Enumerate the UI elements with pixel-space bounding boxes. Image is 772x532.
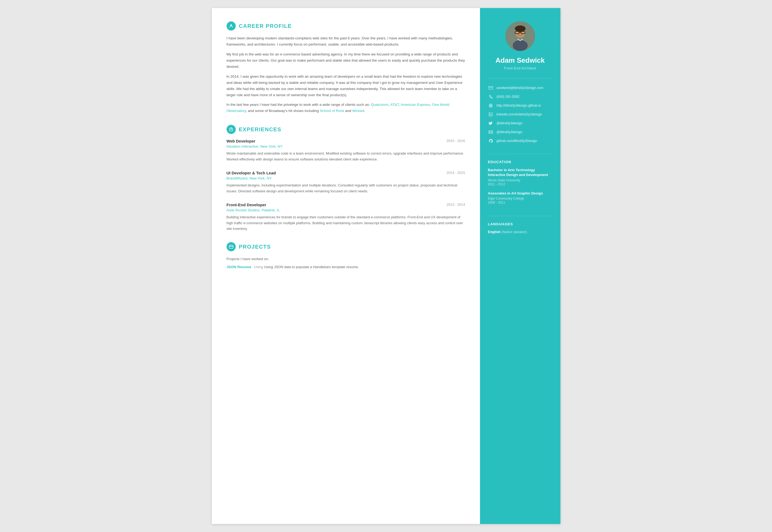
experiences-icon bbox=[227, 125, 236, 134]
exp-date-3: 2013 - 2014 bbox=[446, 203, 465, 207]
exp-desc-3: Building interactive experiences for bra… bbox=[227, 214, 465, 231]
edu-item-1: Bachelor in Arts Technology Interactive … bbox=[488, 168, 552, 186]
edu-degree-1: Bachelor in Arts Technology Interactive … bbox=[488, 168, 552, 177]
profile-para-4: In the last few years I have had the pri… bbox=[227, 102, 465, 114]
link-att[interactable]: AT&T bbox=[390, 103, 399, 107]
project-link-1[interactable]: JSON Resume bbox=[227, 265, 252, 269]
exp-company-1: Situation Interactive, New York, NY bbox=[227, 144, 465, 148]
edu-year-2: 2009 - 2011 bbox=[488, 201, 552, 204]
svg-line-21 bbox=[489, 132, 490, 134]
twitter-icon bbox=[488, 121, 493, 126]
exp-header-1: Web Developer 2015 - 2016 bbox=[227, 139, 465, 143]
sidebar-role: Front-End Architect bbox=[488, 66, 552, 70]
education-title: EDUCATION bbox=[488, 160, 552, 164]
career-profile-title: CAREER PROFILE bbox=[239, 23, 292, 29]
resume-container: CAREER PROFILE I have been developing mo… bbox=[212, 8, 560, 524]
exp-item-2: UI Developer & Tech Lead 2014 - 2015 Bra… bbox=[227, 171, 465, 194]
contact-phone: (630) 291-5392 bbox=[488, 94, 552, 99]
contact-website: http://blind3y3design.github.io bbox=[488, 103, 552, 108]
project-item-desc-1: UsingUsing JSON data to populate a Handl… bbox=[254, 265, 359, 269]
career-profile-section: CAREER PROFILE I have been developing mo… bbox=[227, 21, 465, 114]
avatar bbox=[505, 21, 535, 51]
sidebar-top: Adam Sedwick Front-End Architect bbox=[480, 8, 560, 78]
github-icon bbox=[488, 138, 493, 144]
link-amex[interactable]: American Express bbox=[401, 103, 430, 107]
svg-line-22 bbox=[491, 132, 492, 134]
link-sor[interactable]: School of Rock bbox=[320, 109, 344, 113]
edu-school-1: Illinois State University bbox=[488, 178, 552, 182]
exp-header-3: Front-End Developer 2013 - 2014 bbox=[227, 203, 465, 207]
sidebar-name: Adam Sedwick bbox=[488, 56, 552, 65]
contact-mail2: @blind3y3design bbox=[488, 129, 552, 135]
contact-linkedin: linkedin.com/in/blind3y3design bbox=[488, 112, 552, 117]
lang-name-1: English bbox=[488, 230, 501, 234]
project-item-1: JSON Resume UsingUsing JSON data to popu… bbox=[227, 265, 465, 269]
email-icon bbox=[488, 85, 493, 91]
sidebar: Adam Sedwick Front-End Architect asedwic… bbox=[480, 8, 560, 524]
svg-rect-3 bbox=[229, 245, 233, 248]
profile-para-3: In 2014, I was given the opportunity to … bbox=[227, 74, 465, 98]
projects-title: PROJECTS bbox=[239, 244, 271, 250]
svg-point-9 bbox=[515, 25, 525, 32]
contact-email: asedwick@blind3y3design.com bbox=[488, 85, 552, 91]
career-profile-header: CAREER PROFILE bbox=[227, 21, 465, 31]
exp-item-3: Front-End Developer 2013 - 2014 Aisle Ro… bbox=[227, 203, 465, 231]
projects-icon bbox=[227, 242, 236, 251]
globe-icon bbox=[488, 103, 493, 108]
projects-section: PROJECTS Projects I have worked on. JSON… bbox=[227, 242, 465, 269]
phone-icon bbox=[488, 94, 493, 99]
edu-item-2: Associates in Art Graphic Design Elgin C… bbox=[488, 191, 552, 204]
exp-date-1: 2015 - 2016 bbox=[446, 139, 465, 143]
contact-website-text: http://blind3y3design.github.io bbox=[497, 104, 541, 107]
lang-level-1: (Native speaker) bbox=[501, 230, 527, 234]
projects-intro: Projects I have worked on. bbox=[227, 256, 465, 262]
exp-title-2: UI Developer & Tech Lead bbox=[227, 171, 276, 175]
exp-company-3: Aisle Rocket Studios, Palatine, IL bbox=[227, 208, 465, 212]
exp-company-link-2[interactable]: BrandWizard bbox=[227, 176, 248, 180]
exp-header-2: UI Developer & Tech Lead 2014 - 2015 bbox=[227, 171, 465, 175]
svg-point-20 bbox=[489, 113, 490, 114]
profile-para-2: My first job in the web was for an e-com… bbox=[227, 51, 465, 70]
exp-title-3: Front-End Developer bbox=[227, 203, 266, 207]
contact-twitter-text: @blind3y3design bbox=[497, 121, 522, 125]
svg-point-13 bbox=[513, 40, 528, 51]
profile-para-1: I have been developing modern standards-… bbox=[227, 35, 465, 48]
edu-degree-2: Associates in Art Graphic Design bbox=[488, 191, 552, 196]
experiences-header: EXPERIENCES bbox=[227, 125, 465, 134]
sidebar-contact: asedwick@blind3y3design.com (630) 291-53… bbox=[480, 78, 560, 154]
languages-section: LANGUAGES English (Native speaker) bbox=[480, 216, 560, 241]
exp-item-1: Web Developer 2015 - 2016 Situation Inte… bbox=[227, 139, 465, 162]
contact-github: github.com/Blind3y3Design bbox=[488, 138, 552, 144]
svg-point-0 bbox=[230, 24, 232, 26]
exp-title-1: Web Developer bbox=[227, 139, 256, 143]
edu-school-2: Elgin Community College bbox=[488, 197, 552, 200]
exp-company-link-3[interactable]: Aisle Rocket Studios bbox=[227, 208, 260, 212]
contact-phone-text: (630) 291-5392 bbox=[497, 95, 519, 99]
languages-title: LANGUAGES bbox=[488, 222, 552, 226]
exp-desc-1: Wrote maintainable and extensible code i… bbox=[227, 151, 465, 162]
contact-linkedin-text: linkedin.com/in/blind3y3design bbox=[497, 113, 542, 116]
projects-header: PROJECTS bbox=[227, 242, 465, 251]
contact-email-text: asedwick@blind3y3design.com bbox=[497, 86, 543, 90]
link-wicked[interactable]: Wicked bbox=[352, 109, 364, 113]
exp-company-link-1[interactable]: Situation Interactive bbox=[227, 144, 259, 148]
experiences-section: EXPERIENCES Web Developer 2015 - 2016 Si… bbox=[227, 125, 465, 231]
career-profile-icon bbox=[227, 21, 236, 31]
exp-desc-2: Implemented designs, including experimen… bbox=[227, 182, 465, 194]
edu-year-1: 2011 - 2012 bbox=[488, 182, 552, 186]
main-content: CAREER PROFILE I have been developing mo… bbox=[212, 8, 480, 524]
exp-company-2: BrandWizard, New York, NY bbox=[227, 176, 465, 180]
experiences-title: EXPERIENCES bbox=[239, 126, 282, 133]
linkedin-icon bbox=[488, 112, 493, 117]
exp-date-2: 2014 - 2015 bbox=[446, 171, 465, 175]
mail2-icon bbox=[488, 129, 493, 135]
contact-mail2-text: @blind3y3design bbox=[497, 130, 522, 134]
lang-item-1: English (Native speaker) bbox=[488, 230, 552, 234]
contact-twitter: @blind3y3design bbox=[488, 121, 552, 126]
contact-github-text: github.com/Blind3y3Design bbox=[497, 139, 537, 143]
education-section: EDUCATION Bachelor in Arts Technology In… bbox=[480, 154, 560, 216]
link-qualcomm[interactable]: Qualcomm bbox=[371, 103, 388, 107]
